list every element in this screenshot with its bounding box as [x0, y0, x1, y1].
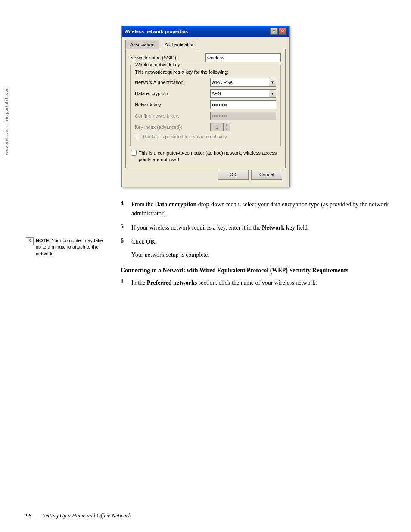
footer-page: 98: [26, 512, 31, 519]
steps-with-note: ✎ NOTE: Your computer may take up to a m…: [0, 237, 411, 258]
key-index-row: Key index (advanced): ▲ ▼: [135, 123, 276, 131]
adhoc-row: This is a computer-to-computer (ad hoc) …: [130, 150, 281, 163]
help-button[interactable]: ?: [270, 28, 278, 35]
section-heading: Connecting to a Network with Wired Equiv…: [121, 267, 394, 274]
auto-key-label: The key is provided for me automatically: [142, 134, 227, 139]
network-auth-arrow: ▼: [269, 78, 276, 87]
network-key-row: Network key:: [135, 100, 276, 109]
network-name-label: Network name (SSID):: [130, 55, 206, 60]
network-auth-label: Network Authentication:: [135, 80, 210, 85]
step-4: 4 From the Data encryption drop-down men…: [121, 200, 394, 218]
network-key-label: Network key:: [135, 102, 210, 107]
step-4-number: 4: [121, 200, 131, 218]
note-text: NOTE: Your computer may take up to a min…: [36, 237, 103, 257]
network-name-row: Network name (SSID):: [130, 53, 281, 62]
key-index-input: [210, 123, 223, 131]
step-6-number: 6: [121, 237, 131, 246]
dialog-titlebar: Wireless network properties ? ✕: [122, 26, 289, 37]
step-final-number: 1: [121, 278, 131, 287]
data-enc-row: Data encryption: AES ▼: [135, 89, 276, 98]
wireless-key-groupbox: Wireless network key This network requir…: [130, 65, 281, 146]
step-6: 6 Click OK.: [121, 237, 394, 246]
section-heading-block: Connecting to a Network with Wired Equiv…: [121, 267, 394, 287]
step-5: 5 If your wireless network requires a ke…: [121, 223, 394, 232]
spinbox-up: ▲: [224, 123, 230, 127]
side-text: www.dell.com | support.dell.com: [4, 86, 9, 155]
step-4-text: From the Data encryption drop-down menu,…: [131, 200, 394, 218]
footer-divider: |: [36, 512, 38, 519]
data-enc-select-wrapper: AES ▼: [210, 89, 276, 98]
page-container: www.dell.com | support.dell.com Wireless…: [0, 0, 411, 532]
wireless-dialog: Wireless network properties ? ✕ Associat…: [121, 26, 290, 187]
adhoc-checkbox[interactable]: [131, 150, 137, 156]
steps-block: 4 From the Data encryption drop-down men…: [121, 200, 394, 232]
data-enc-arrow: ▼: [269, 89, 276, 98]
groupbox-legend: Wireless network key: [134, 62, 181, 67]
step-6-followup: Your network setup is complete.: [131, 252, 394, 258]
dialog-buttons: OK Cancel: [125, 168, 286, 183]
network-key-input[interactable]: [210, 100, 276, 109]
tab-content: Network name (SSID): Wireless network ke…: [125, 49, 286, 168]
titlebar-controls: ? ✕: [270, 28, 286, 35]
spinbox-down: ▼: [224, 127, 230, 131]
dialog-area: Wireless network properties ? ✕ Associat…: [0, 26, 411, 187]
step-6-block: 6 Click OK. Your network setup is comple…: [121, 237, 394, 258]
key-index-label: Key index (advanced):: [135, 124, 210, 130]
page-footer: 98 | Setting Up a Home and Office Networ…: [26, 512, 131, 519]
group-desc: This network requires a key for the foll…: [135, 69, 276, 75]
spinbox-arrows: ▲ ▼: [223, 123, 230, 131]
adhoc-label: This is a computer-to-computer (ad hoc) …: [139, 150, 280, 163]
dialog-title: Wireless network properties: [125, 29, 188, 34]
step-6-text: Click OK.: [131, 237, 157, 246]
network-auth-row: Network Authentication: WPA-PSK ▼: [135, 78, 276, 87]
key-index-spinbox: ▲ ▼: [210, 123, 230, 131]
step-final: 1 In the Preferred networks section, cli…: [121, 278, 394, 287]
auto-key-row: The key is provided for me automatically: [135, 134, 276, 139]
confirm-key-label: Confirm network key:: [135, 113, 210, 118]
note-label: NOTE:: [36, 238, 50, 243]
ok-button[interactable]: OK: [218, 170, 249, 180]
confirm-key-row: Confirm network key:: [135, 112, 276, 120]
note-block: ✎ NOTE: Your computer may take up to a m…: [26, 237, 103, 257]
tab-association[interactable]: Association: [125, 40, 159, 49]
data-enc-label: Data encryption:: [135, 91, 210, 96]
cancel-button[interactable]: Cancel: [251, 170, 282, 180]
network-auth-select[interactable]: WPA-PSK: [210, 78, 269, 87]
confirm-key-input: [210, 112, 276, 120]
close-button[interactable]: ✕: [279, 28, 286, 35]
step-final-text: In the Preferred networks section, click…: [131, 278, 317, 287]
dialog-body: Association Authentication Network name …: [122, 37, 289, 187]
auto-key-checkbox[interactable]: [135, 134, 140, 139]
step-5-number: 5: [121, 223, 131, 232]
data-enc-select[interactable]: AES: [210, 89, 269, 98]
dialog-tabs: Association Authentication: [125, 40, 286, 49]
tab-authentication[interactable]: Authentication: [160, 40, 199, 49]
step-5-text: If your wireless network requires a key,…: [131, 223, 309, 232]
network-name-input[interactable]: [206, 53, 281, 62]
note-icon: ✎: [26, 237, 34, 245]
network-auth-select-wrapper: WPA-PSK ▼: [210, 78, 276, 87]
footer-text: Setting Up a Home and Office Network: [43, 512, 131, 519]
